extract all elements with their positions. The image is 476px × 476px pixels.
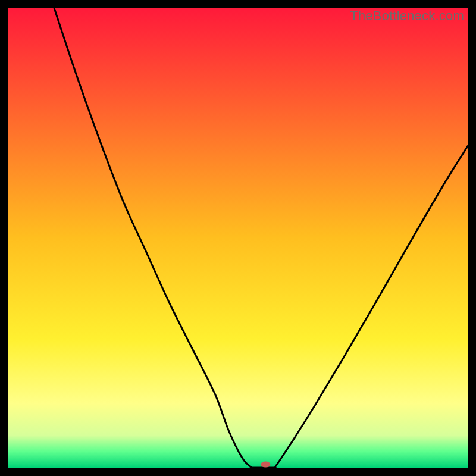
optimal-marker [261, 462, 270, 468]
watermark-text: TheBottleneck.com [350, 8, 464, 24]
bottleneck-chart [8, 8, 468, 468]
chart-frame: TheBottleneck.com [8, 8, 468, 468]
